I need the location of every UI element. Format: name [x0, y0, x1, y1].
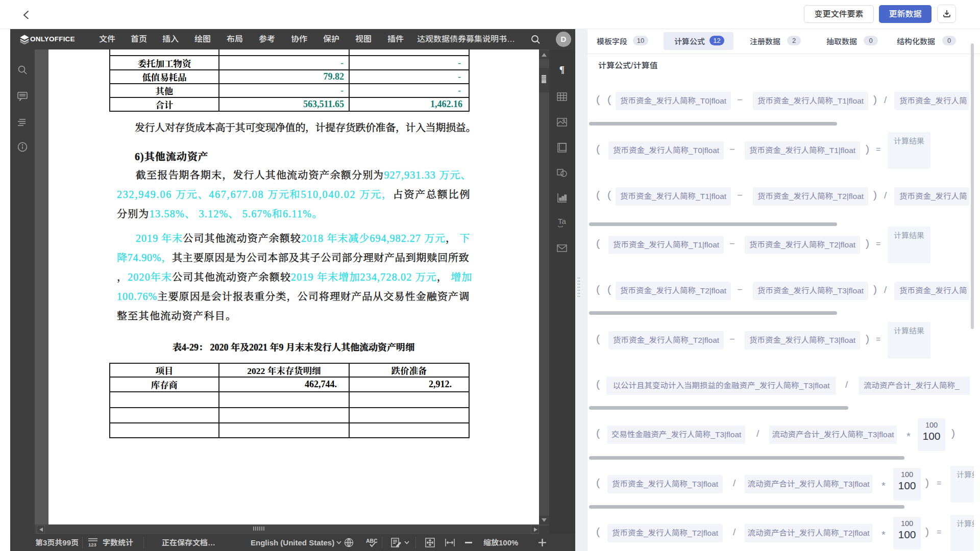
svg-text:123: 123	[88, 542, 96, 547]
svg-text:Ta: Ta	[558, 217, 567, 226]
svg-text:ABC: ABC	[366, 538, 377, 544]
svg-text:¶: ¶	[559, 64, 565, 75]
